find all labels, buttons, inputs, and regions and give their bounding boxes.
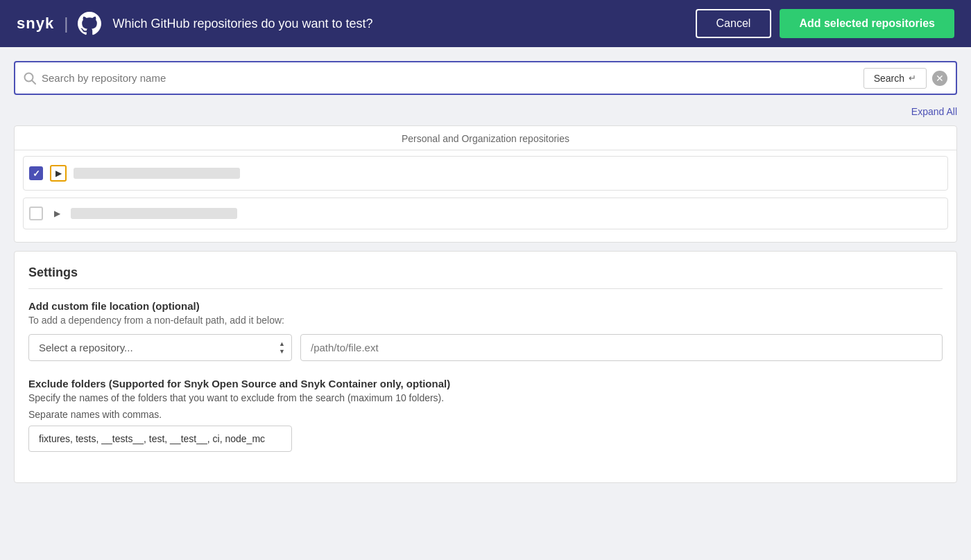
clear-search-button[interactable]: ✕ — [932, 71, 947, 86]
header-divider: | — [64, 14, 68, 33]
repo-name-placeholder — [74, 168, 240, 179]
custom-file-label: Add custom file location (optional) — [28, 300, 943, 312]
svg-line-1 — [32, 80, 35, 84]
settings-section: Settings Add custom file location (optio… — [14, 251, 957, 483]
repo-expand-toggle[interactable]: ▶ — [50, 207, 64, 220]
repository-section: Personal and Organization repositories ▶… — [14, 125, 957, 243]
exclude-folders-input[interactable] — [28, 426, 292, 452]
settings-title: Settings — [28, 265, 943, 289]
exclude-folders-group: Exclude folders (Supported for Snyk Open… — [28, 378, 943, 452]
repo-name-placeholder — [71, 208, 237, 219]
search-icon — [24, 72, 36, 85]
enter-icon: ↵ — [909, 73, 916, 83]
repo-select-wrapper: Select a repository... ▲ ▼ — [28, 334, 292, 361]
search-button[interactable]: Search ↵ — [863, 68, 927, 89]
expand-all-button[interactable]: Expand All — [911, 106, 957, 117]
search-container: Search ↵ ✕ — [14, 61, 957, 95]
custom-file-description: To add a dependency from a non-default p… — [28, 315, 943, 326]
custom-file-group: Add custom file location (optional) To a… — [28, 300, 943, 361]
repo-expand-toggle-active[interactable]: ▶ — [50, 165, 67, 182]
repo-checkbox-unchecked[interactable] — [29, 207, 43, 220]
exclude-folders-label: Exclude folders (Supported for Snyk Open… — [28, 378, 943, 390]
table-row: ▶ — [23, 156, 948, 191]
header-actions: Cancel Add selected repositories — [696, 9, 954, 38]
page-title: Which GitHub repositories do you want to… — [112, 17, 372, 31]
search-input[interactable] — [42, 62, 863, 94]
add-repositories-button[interactable]: Add selected repositories — [780, 9, 954, 38]
repo-checkbox-checked[interactable] — [29, 166, 43, 180]
table-row: ▶ — [23, 198, 948, 229]
github-icon — [78, 12, 101, 35]
path-input[interactable] — [300, 334, 943, 361]
section-label: Personal and Organization repositories — [15, 126, 956, 150]
page-header: snyk | Which GitHub repositories do you … — [0, 0, 971, 47]
exclude-description-line2: Separate names with commas. — [28, 409, 943, 420]
exclude-description-line1: Specify the names of the folders that yo… — [28, 392, 943, 403]
snyk-logo: snyk | — [17, 12, 101, 35]
repo-select[interactable]: Select a repository... — [28, 334, 292, 361]
header-left: snyk | Which GitHub repositories do you … — [17, 12, 373, 35]
search-button-label: Search — [874, 73, 904, 84]
repository-list: ▶ ▶ — [15, 150, 956, 242]
main-content: Search ↵ ✕ Expand All Personal and Organ… — [0, 47, 971, 560]
cancel-button[interactable]: Cancel — [696, 9, 772, 38]
snyk-wordmark: snyk — [17, 15, 54, 33]
custom-file-row: Select a repository... ▲ ▼ — [28, 334, 943, 361]
expand-all-row: Expand All — [14, 106, 957, 117]
